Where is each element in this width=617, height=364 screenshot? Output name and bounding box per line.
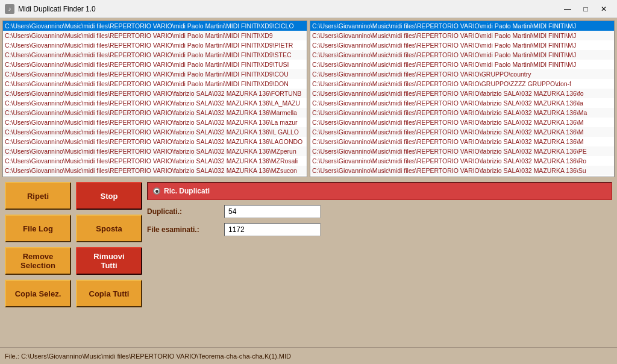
duplicati-value: 54 bbox=[224, 205, 321, 218]
list-item[interactable]: C:\Users\Giovannino\Music\midi files\REP… bbox=[310, 79, 614, 89]
list-item[interactable]: C:\Users\Giovannino\Music\midi files\REP… bbox=[310, 127, 614, 137]
list-item[interactable]: C:\Users\Giovannino\Music\midi files\REP… bbox=[3, 50, 307, 60]
list-item[interactable]: C:\Users\Giovannino\Music\midi files\REP… bbox=[3, 166, 307, 175]
list-item[interactable]: C:\Users\Giovannino\Music\midi files\REP… bbox=[3, 108, 307, 118]
remove-selection-button[interactable]: Remove Selection bbox=[5, 247, 71, 275]
list-item[interactable]: C:\Users\Giovannino\Music\midi files\REP… bbox=[3, 31, 307, 40]
list-item[interactable]: C:\Users\Giovannino\Music\midi files\REP… bbox=[3, 79, 307, 89]
list-item[interactable]: C:\Users\Giovannino\Music\midi files\REP… bbox=[310, 21, 614, 31]
title-bar-controls: — □ ✕ bbox=[559, 3, 612, 15]
list-item[interactable]: C:\Users\Giovannino\Music\midi files\REP… bbox=[310, 166, 614, 175]
maximize-button[interactable]: □ bbox=[577, 3, 594, 15]
list-item[interactable]: C:\Users\Giovannino\Music\midi files\REP… bbox=[310, 60, 614, 69]
list-item[interactable]: C:\Users\Giovannino\Music\midi files\REP… bbox=[3, 40, 307, 50]
radio-group[interactable]: Ric. Duplicati bbox=[147, 182, 612, 200]
middle-buttons: Stop Sposta Rimuovi Tutti Copia Tutti bbox=[76, 182, 142, 307]
file-esaminati-row: File esaminati.: 1172 bbox=[147, 223, 612, 236]
main-content: C:\Users\Giovannino\Music\midi files\REP… bbox=[0, 18, 617, 347]
left-buttons: Ripeti File Log Remove Selection Copia S… bbox=[5, 182, 71, 307]
radio-duplicati[interactable] bbox=[153, 187, 160, 195]
close-button[interactable]: ✕ bbox=[595, 3, 612, 15]
list-item[interactable]: C:\Users\Giovannino\Music\midi files\REP… bbox=[310, 146, 614, 156]
duplicati-row: Duplicati.: 54 bbox=[147, 205, 612, 218]
list-item[interactable]: C:\Users\Giovannino\Music\midi files\REP… bbox=[3, 21, 307, 31]
list-item[interactable]: C:\Users\Giovannino\Music\midi files\REP… bbox=[3, 146, 307, 156]
list-item[interactable]: C:\Users\Giovannino\Music\midi files\REP… bbox=[3, 98, 307, 108]
list-item[interactable]: C:\Users\Giovannino\Music\midi files\REP… bbox=[3, 60, 307, 69]
title-bar: ♪ Midi Duplicati Finder 1.0 — □ ✕ bbox=[0, 0, 617, 18]
list-item[interactable]: C:\Users\Giovannino\Music\midi files\REP… bbox=[310, 89, 614, 98]
stop-button[interactable]: Stop bbox=[76, 182, 142, 210]
duplicati-label: Duplicati.: bbox=[147, 207, 219, 216]
list-item[interactable]: C:\Users\Giovannino\Music\midi files\REP… bbox=[3, 127, 307, 137]
file-esaminati-value: 1172 bbox=[224, 223, 321, 236]
list-item[interactable]: C:\Users\Giovannino\Music\midi files\REP… bbox=[310, 118, 614, 127]
file-log-button[interactable]: File Log bbox=[5, 215, 71, 242]
list-item[interactable]: C:\Users\Giovannino\Music\midi files\REP… bbox=[3, 156, 307, 166]
file-list-right[interactable]: C:\Users\Giovannino\Music\midi files\REP… bbox=[310, 20, 615, 177]
list-item[interactable]: C:\Users\Giovannino\Music\midi files\REP… bbox=[310, 69, 614, 79]
file-list-left[interactable]: C:\Users\Giovannino\Music\midi files\REP… bbox=[2, 20, 307, 177]
status-area: Ric. Duplicati Duplicati.: 54 File esami… bbox=[147, 182, 612, 236]
list-item[interactable]: C:\Users\Giovannino\Music\midi files\REP… bbox=[3, 118, 307, 127]
list-item[interactable]: C:\Users\Giovannino\Music\midi files\REP… bbox=[3, 69, 307, 79]
list-item[interactable]: C:\Users\Giovannino\Music\midi files\REP… bbox=[310, 98, 614, 108]
status-text: File.: C:\Users\Giovannino\Music\midi fi… bbox=[5, 353, 291, 360]
ripeti-button[interactable]: Ripeti bbox=[5, 182, 71, 210]
title-bar-left: ♪ Midi Duplicati Finder 1.0 bbox=[5, 4, 96, 14]
list-item[interactable]: C:\Users\Giovannino\Music\midi files\REP… bbox=[3, 89, 307, 98]
minimize-button[interactable]: — bbox=[559, 3, 576, 15]
controls-area: Ripeti File Log Remove Selection Copia S… bbox=[2, 177, 615, 312]
status-bar: File.: C:\Users\Giovannino\Music\midi fi… bbox=[0, 347, 617, 364]
app-icon: ♪ bbox=[5, 4, 14, 14]
list-item[interactable]: C:\Users\Giovannino\Music\midi files\REP… bbox=[310, 40, 614, 50]
rimuovi-tutti-button[interactable]: Rimuovi Tutti bbox=[76, 247, 142, 275]
list-item[interactable]: C:\Users\Giovannino\Music\midi files\REP… bbox=[310, 31, 614, 40]
list-item[interactable]: C:\Users\Giovannino\Music\midi files\REP… bbox=[3, 137, 307, 146]
copia-tutti-button[interactable]: Copia Tutti bbox=[76, 280, 142, 307]
lists-area: C:\Users\Giovannino\Music\midi files\REP… bbox=[2, 20, 615, 177]
file-esaminati-label: File esaminati.: bbox=[147, 225, 219, 234]
sposta-button[interactable]: Sposta bbox=[76, 215, 142, 242]
list-item[interactable]: C:\Users\Giovannino\Music\midi files\REP… bbox=[310, 108, 614, 118]
list-item[interactable]: C:\Users\Giovannino\Music\midi files\REP… bbox=[310, 50, 614, 60]
list-item[interactable]: C:\Users\Giovannino\Music\midi files\REP… bbox=[310, 156, 614, 166]
app-title: Midi Duplicati Finder 1.0 bbox=[18, 5, 96, 13]
list-item[interactable]: C:\Users\Giovannino\Music\midi files\REP… bbox=[310, 137, 614, 146]
radio-duplicati-label: Ric. Duplicati bbox=[164, 187, 210, 195]
copia-selez-button[interactable]: Copia Selez. bbox=[5, 280, 71, 307]
